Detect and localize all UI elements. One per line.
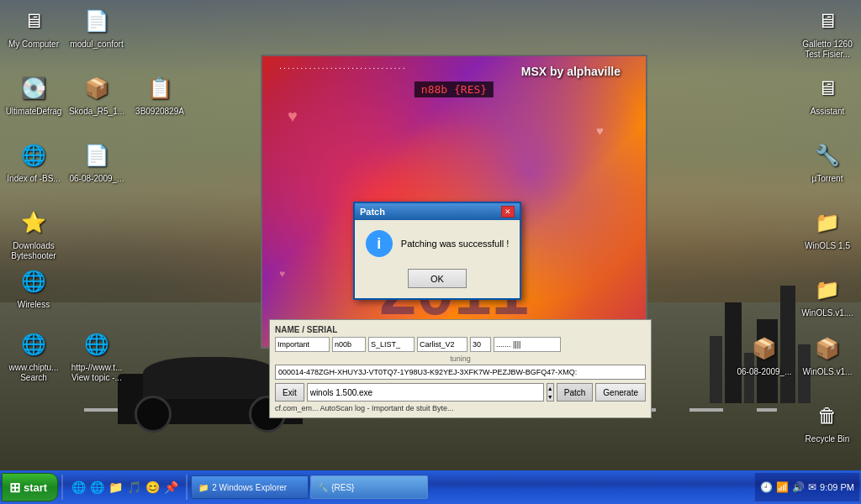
quick-launch: 🌐 🌐 📁 🎵 😊 📌: [66, 479, 182, 496]
recycle-bin-icon: 🗑: [811, 399, 844, 433]
heart-dec1: ♥: [288, 107, 298, 126]
buttons-row: Exit ▲ ▼ Patch Generate: [275, 383, 646, 402]
taskbar-explorer-label: 2 Windows Explorer: [212, 483, 287, 492]
my-computer-icon: 🖥: [17, 4, 50, 38]
dialog-close-button[interactable]: ✕: [501, 206, 515, 218]
serial-segment-5[interactable]: [470, 337, 491, 352]
icon-assistant-label: Assistant: [798, 107, 857, 117]
index-bs-icon: 🌐: [17, 139, 50, 172]
windows-logo-icon: ⊞: [9, 480, 20, 496]
icon-winols15[interactable]: 📁 WinOLS 1,5: [798, 206, 857, 251]
icon-utorrent-label: µTorrent: [798, 174, 857, 184]
msx-dots: ..............................: [279, 60, 407, 71]
icon-06082009[interactable]: 📦 06-08-2009_...: [735, 332, 794, 377]
spin-down[interactable]: ▼: [547, 392, 553, 401]
icon-ultimate-defrag[interactable]: 💽 UltimateDefrag: [4, 71, 63, 117]
system-tray: 🕘 📶 🔊 ✉ 9:09 PM: [755, 473, 859, 501]
icon-wireless[interactable]: 🌐 Wireless: [4, 265, 63, 310]
patch-application-window: NAME / SERIAL tuning 000014-478ZGH-XHUY3…: [269, 319, 652, 418]
info-icon: i: [366, 230, 393, 257]
heart-dec2: ♥: [596, 123, 604, 138]
taskbar-items: 📁 2 Windows Explorer 🔧 {RES}: [191, 475, 753, 499]
icon-chiptu1-label: www.chiptu... Search: [4, 363, 63, 383]
serial-segment-6[interactable]: [494, 337, 561, 352]
serial-segment-1[interactable]: [275, 337, 330, 352]
icon-3b09-label: 3B0920829A: [130, 107, 189, 117]
icon-winolsv1-label: WinOLS.v1....: [798, 308, 857, 318]
winolsv1b-icon: 📦: [811, 332, 844, 365]
dialog-body: i Patching was successfull ! OK: [355, 220, 520, 298]
downloads-icon: ⭐: [17, 206, 50, 239]
serial-full-input[interactable]: 000014-478ZGH-XHUY3J-VT0TQ7-1Y98U3-K92YE…: [275, 365, 646, 380]
msx-title: MSX by alphaville: [521, 65, 621, 78]
icon-downloads-label: Downloads Byteshooter: [4, 241, 63, 261]
taskbar-res[interactable]: 🔧 {RES}: [310, 475, 428, 499]
3b09-icon: 📋: [143, 71, 177, 105]
spin-buttons[interactable]: ▲ ▼: [547, 383, 554, 402]
icon-galletto-label: Galletto 1260 Test Fisier...: [798, 39, 857, 60]
icon-3b09[interactable]: 📋 3B0920829A: [130, 71, 189, 117]
tray-clock-time: 9:09 PM: [820, 482, 854, 492]
serial-segment-4[interactable]: [417, 337, 467, 352]
assistant-icon: 🖥: [811, 71, 844, 105]
winols-input[interactable]: [307, 383, 544, 402]
icon-06-08-label: 06-08-2009_...: [67, 174, 126, 184]
icon-06082009-label: 06-08-2009_...: [735, 367, 794, 377]
exit-button[interactable]: Exit: [275, 383, 304, 402]
serial-segment-2[interactable]: [332, 337, 366, 352]
winolsv1-icon: 📁: [811, 273, 844, 307]
ultimate-defrag-icon: 💽: [17, 71, 50, 105]
dialog-titlebar: Patch ✕: [355, 203, 520, 220]
tray-clock-icon: 🕘: [760, 481, 773, 493]
icon-downloads[interactable]: ⭐ Downloads Byteshooter: [4, 206, 63, 261]
msx-counter: n88b {RES}: [415, 81, 494, 97]
icon-chiptu1[interactable]: 🌐 www.chiptu... Search: [4, 328, 63, 383]
quick-folder-icon[interactable]: 📁: [107, 479, 124, 496]
icon-modul-confort[interactable]: 📄 modul_confort: [67, 4, 126, 50]
icon-winolsv1b[interactable]: 📦 WinOLS.v1...: [798, 332, 857, 377]
quick-smiley-icon[interactable]: 😊: [144, 479, 161, 496]
tuning-label: tuning: [275, 354, 646, 363]
desktop: 🖥 My Computer 📄 modul_confort 💽 Ultimate…: [0, 0, 861, 470]
winols15-icon: 📁: [811, 206, 844, 239]
quick-media-icon[interactable]: 🎵: [125, 479, 142, 496]
start-label: start: [24, 481, 47, 494]
icon-chiptu2-label: http-//www.t... View topic -...: [67, 363, 126, 383]
generate-button[interactable]: Generate: [595, 383, 646, 402]
patch-dialog: Patch ✕ i Patching was successfull ! OK: [353, 202, 521, 300]
start-button[interactable]: ⊞ start: [2, 473, 58, 501]
icon-skoda[interactable]: 📦 Skoda_R5_1...: [67, 71, 126, 117]
patch-app-content: NAME / SERIAL tuning 000014-478ZGH-XHUY3…: [270, 320, 651, 417]
tray-time: 9:09 PM: [820, 482, 854, 492]
res-icon: 🔧: [318, 483, 328, 492]
icon-index-bs-label: Index of -BS...: [4, 174, 63, 184]
icon-my-computer[interactable]: 🖥 My Computer: [4, 4, 63, 50]
quick-ie-icon[interactable]: 🌐: [70, 479, 87, 496]
taskbar: ⊞ start 🌐 🌐 📁 🎵 😊 📌 📁 2 Windows Explorer…: [0, 470, 861, 504]
taskbar-windows-explorer[interactable]: 📁 2 Windows Explorer: [191, 475, 309, 499]
icon-chiptu2[interactable]: 🌐 http-//www.t... View topic -...: [67, 328, 126, 383]
patch-button[interactable]: Patch: [557, 383, 594, 402]
taskbar-separator-1: [61, 475, 63, 500]
icon-assistant[interactable]: 🖥 Assistant: [798, 71, 857, 117]
quick-ie2-icon[interactable]: 🌐: [88, 479, 105, 496]
icon-06-08[interactable]: 📄 06-08-2009_...: [67, 139, 126, 184]
dialog-message-row: i Patching was successfull !: [366, 230, 509, 257]
explorer-icon: 📁: [198, 483, 209, 492]
icon-modul-confort-label: modul_confort: [67, 39, 126, 50]
heart-dec3: ♥: [279, 268, 285, 280]
icon-galletto[interactable]: 🖥 Galletto 1260 Test Fisier...: [798, 4, 857, 60]
ok-button[interactable]: OK: [408, 269, 467, 288]
serial-segment-3[interactable]: [368, 337, 415, 352]
icon-index-bs[interactable]: 🌐 Index of -BS...: [4, 139, 63, 184]
icon-utorrent[interactable]: 🔧 µTorrent: [798, 139, 857, 184]
skoda-icon: 📦: [80, 71, 114, 105]
icon-recycle-bin-label: Recycle Bin: [798, 434, 857, 444]
quick-pin-icon[interactable]: 📌: [162, 479, 179, 496]
taskbar-res-label: {RES}: [331, 483, 354, 492]
icon-recycle-bin[interactable]: 🗑 Recycle Bin: [798, 399, 857, 444]
spin-up[interactable]: ▲: [547, 384, 553, 392]
name-serial-label: NAME / SERIAL: [275, 325, 646, 334]
bottom-text: cf.com_em... AutoScan log - Important de…: [275, 404, 646, 412]
icon-winolsv1[interactable]: 📁 WinOLS.v1....: [798, 273, 857, 318]
